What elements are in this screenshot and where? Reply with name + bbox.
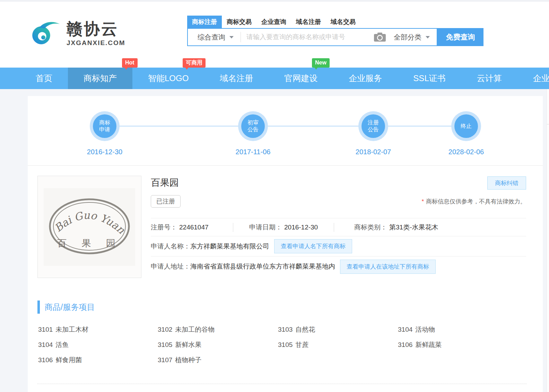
required-star-icon: * — [421, 198, 424, 205]
dotted-divider — [37, 384, 527, 384]
timeline-date: 2016-12-30 — [77, 148, 132, 156]
search-category-label: 综合查询 — [198, 33, 225, 42]
service-item: 3104活动物 — [398, 324, 522, 335]
view-address-trademarks-button[interactable]: 查看申请人在该地址下所有商标 — [340, 260, 436, 274]
services-section-header: 商品/服务项目 — [37, 300, 95, 314]
service-item: 3101未加工木材 — [38, 324, 158, 335]
tab-company-query[interactable]: 企业查询 — [256, 16, 291, 28]
search-input[interactable] — [241, 33, 370, 41]
class-filter-label: 全部分类 — [394, 33, 421, 42]
timeline-step-registration: 注册公告 2018-02-07 — [346, 96, 401, 156]
service-item: 3105新鲜水果 — [158, 340, 278, 350]
new-badge: New — [312, 58, 330, 68]
trademark-class-field: 商标类别：第31类-水果花木 — [334, 223, 438, 232]
trademark-correction-button[interactable]: 商标纠错 — [487, 176, 526, 190]
timeline-date: 2017-11-06 — [225, 148, 281, 156]
brand-logo[interactable]: 赣协云 JXGANXIE.COM — [31, 20, 125, 47]
timeline-circle: 终止 — [451, 111, 481, 141]
trademark-fields-row: 注册号：22461047 申请日期：2016-12-30 商标类别：第31类-水… — [151, 218, 526, 236]
tab-trademark-trade[interactable]: 商标交易 — [222, 16, 256, 28]
services-grid: 3101未加工木材 3102未加工的谷物 3103自然花 3104活动物 310… — [38, 324, 522, 365]
trademark-oval-logo: Bai Guo Yuan 百 果 园 — [44, 188, 135, 266]
timeline-step-expiry: 终止 2028-02-06 — [438, 96, 494, 156]
search-category-dropdown[interactable]: 综合查询 — [188, 33, 241, 42]
main-nav-list: 首页 商标知产 智能LOGO 域名注册 官网建设 企业服务 SSL证书 云计算 … — [0, 68, 549, 89]
services-title: 商品/服务项目 — [45, 302, 95, 313]
timeline-circle: 初审公告 — [238, 111, 268, 141]
trademark-info: 百果园 商标纠错 已注册 *商标信息仅供参考，不具有法律效力。 注册号：2246… — [151, 166, 526, 277]
free-search-button[interactable]: 免费查询 — [437, 28, 483, 46]
nav-item-trademark[interactable]: 商标知产 — [68, 68, 132, 89]
apply-date-field: 申请日期：2016-12-30 — [233, 223, 334, 232]
trademark-detail-card: Bai Guo Yuan 百 果 园 百果园 商标纠错 已注册 *商标信息仅供参… — [28, 166, 543, 392]
status-badge: 已注册 — [151, 195, 181, 208]
service-item: 3103自然花 — [278, 324, 398, 335]
scrollbar[interactable] — [547, 89, 549, 392]
chevron-down-icon — [426, 36, 430, 38]
timeline-step-first-review: 初审公告 2017-11-06 — [225, 96, 281, 156]
site-header: 赣协云 JXGANXIE.COM 商标注册 商标交易 企业查询 域名注册 域名交… — [0, 2, 549, 68]
nav-item-home[interactable]: 首页 — [20, 68, 68, 89]
service-item: 3107植物种子 — [158, 355, 278, 365]
nav-item-enterprise-mail[interactable]: 企业邮箱 — [517, 68, 549, 89]
camera-icon[interactable] — [370, 32, 390, 42]
scrollbar-thumb[interactable] — [547, 124, 549, 124]
main-nav: 首页 商标知产 智能LOGO 域名注册 官网建设 企业服务 SSL证书 云计算 … — [0, 68, 549, 89]
nav-item-domain-register[interactable]: 域名注册 — [204, 68, 269, 89]
cloud-swirl-icon — [31, 20, 60, 46]
trademark-name: 百果园 — [151, 176, 179, 189]
chevron-down-icon — [229, 36, 234, 38]
class-filter-dropdown[interactable]: 全部分类 — [390, 33, 437, 42]
trademark-image: Bai Guo Yuan 百 果 园 — [37, 176, 141, 278]
timeline-circle: 商标申请 — [90, 111, 120, 141]
nav-item-enterprise-service[interactable]: 企业服务 — [333, 68, 398, 89]
service-item: 3106新鲜蔬菜 — [398, 340, 522, 350]
view-applicant-trademarks-button[interactable]: 查看申请人名下所有商标 — [274, 239, 352, 253]
tab-domain-register[interactable]: 域名注册 — [291, 16, 326, 28]
brand-name: 赣协云 — [67, 20, 125, 38]
service-item: 3102未加工的谷物 — [158, 324, 278, 335]
timeline-date: 2028-02-06 — [438, 148, 494, 156]
nav-item-smart-logo[interactable]: 智能LOGO — [132, 68, 204, 89]
tab-domain-trade[interactable]: 域名交易 — [326, 16, 360, 28]
applicant-name-row: 申请人名称： 东方祥麟菜果基地有限公司 查看申请人名下所有商标 — [151, 236, 526, 256]
service-item: 3105甘蔗 — [278, 340, 398, 350]
search-tabs: 商标注册 商标交易 企业查询 域名注册 域名交易 — [187, 17, 360, 28]
trademark-timeline: 商标申请 2016-12-30 初审公告 2017-11-06 注册公告 201… — [28, 96, 543, 166]
service-item: 3106鲜食用菌 — [38, 355, 158, 365]
hot-badge: Hot — [122, 58, 138, 68]
disclaimer-text: *商标信息仅供参考，不具有法律效力。 — [421, 198, 526, 206]
applicant-address-row: 申请人地址： 海南省省直辖县级行政单位东方市祥麟菜果基地内 查看申请人在该地址下… — [151, 256, 526, 277]
section-accent-bar — [37, 300, 40, 314]
tab-trademark-register[interactable]: 商标注册 — [187, 16, 222, 28]
nav-item-ssl-cert[interactable]: SSL证书 — [398, 68, 461, 89]
search-box: 综合查询 全部分类 — [187, 28, 437, 46]
main-content: 商标申请 2016-12-30 初审公告 2017-11-06 注册公告 201… — [0, 89, 549, 392]
nav-item-cloud-computing[interactable]: 云计算 — [461, 68, 517, 89]
timeline-circle: 注册公告 — [358, 111, 388, 141]
registration-number-field: 注册号：22461047 — [151, 223, 233, 232]
commercial-use-badge: 可商用 — [183, 58, 206, 68]
service-item: 3104活鱼 — [38, 340, 158, 350]
brand-domain: JXGANXIE.COM — [67, 39, 125, 47]
timeline-connector — [105, 125, 466, 127]
nav-item-website-build[interactable]: 官网建设 — [269, 68, 333, 89]
svg-text:百 果 园: 百 果 园 — [57, 238, 122, 249]
timeline-date: 2018-02-07 — [346, 148, 401, 156]
timeline-step-apply: 商标申请 2016-12-30 — [77, 96, 132, 156]
